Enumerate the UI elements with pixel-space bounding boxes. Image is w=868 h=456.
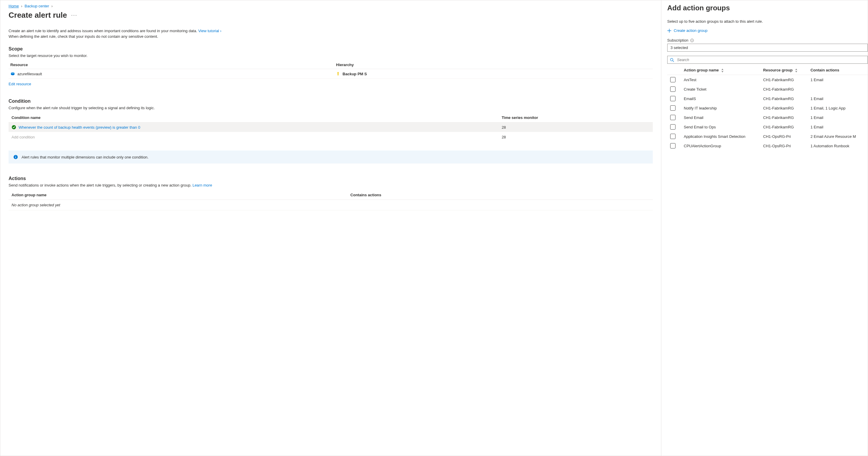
svg-point-1 <box>338 73 338 73</box>
search-box[interactable] <box>667 56 868 64</box>
ag-rg: CH1-FabrikamRG <box>760 94 807 103</box>
ag-name: Notify IT leadership <box>681 103 760 113</box>
ag-rg: CH1-FabrikamRG <box>760 122 807 132</box>
ag-rg: CH1-FabrikamRG <box>760 75 807 85</box>
row-checkbox[interactable] <box>670 77 676 83</box>
plus-icon <box>667 29 671 33</box>
no-action-group-row: No action group selected yet <box>8 200 653 210</box>
ag-actions <box>807 85 868 94</box>
ag-name: EmailS <box>681 94 760 103</box>
ag-name: Send Email <box>681 113 760 122</box>
intro-line-2: When defining the alert rule, check that… <box>8 34 653 39</box>
page-title: Create alert rule <box>8 11 67 20</box>
ag-actions: 1 Email <box>807 113 868 122</box>
col-time-series: Time series monitor <box>499 113 653 123</box>
breadcrumb: Home › Backup center › <box>8 4 653 8</box>
action-group-row[interactable]: Send EmailCH1-FabrikamRG1 Email <box>667 113 868 122</box>
add-condition-label[interactable]: Add condition <box>8 132 499 142</box>
info-banner-text: Alert rules that monitor multiple dimens… <box>22 155 149 159</box>
action-group-row[interactable]: CPUAlertActionGroupCH1-OpsRG-Pri1 Automa… <box>667 141 868 151</box>
action-group-row[interactable]: Notify IT leadershipCH1-FabrikamRG1 Emai… <box>667 103 868 113</box>
col-contain-actions: Contain actions <box>807 66 868 75</box>
panel-sub: Select up to five action groups to attac… <box>667 19 868 24</box>
condition-heading: Condition <box>8 99 653 104</box>
svg-rect-4 <box>16 157 16 158</box>
actions-table: Action group name Contains actions No ac… <box>8 190 653 210</box>
condition-table: Condition name Time series monitor Whene… <box>8 113 653 142</box>
ag-name: CPUAlertActionGroup <box>681 141 760 151</box>
action-group-row[interactable]: EmailSCH1-FabrikamRG1 Email <box>667 94 868 103</box>
row-checkbox[interactable] <box>670 134 676 139</box>
row-checkbox[interactable] <box>670 87 676 92</box>
chevron-right-icon: › <box>21 4 22 8</box>
action-group-row[interactable]: Send Email to OpsCH1-FabrikamRG1 Email <box>667 122 868 132</box>
action-group-row[interactable]: Create TicketCH1-FabrikamRG <box>667 85 868 94</box>
row-checkbox[interactable] <box>670 96 676 101</box>
col-resource-group[interactable]: Resource group <box>760 66 807 75</box>
action-group-row[interactable]: Application Insights Smart DetectionCH1-… <box>667 132 868 141</box>
ag-actions: 2 Email Azure Resource M <box>807 132 868 141</box>
ag-rg: CH1-OpsRG-Pri <box>760 141 807 151</box>
row-checkbox[interactable] <box>670 105 676 111</box>
svg-point-0 <box>11 73 14 74</box>
scope-row: azurefilesvault Backup PM S <box>8 69 653 79</box>
col-hierarchy: Hierarchy <box>334 61 653 69</box>
add-condition-row[interactable]: Add condition 28 <box>8 132 653 142</box>
condition-row[interactable]: Whenever the count of backup health even… <box>8 123 653 132</box>
scope-sub: Select the target resource you wish to m… <box>8 54 653 58</box>
resource-name: azurefilesvault <box>18 72 42 76</box>
add-action-groups-panel: Add action groups Select up to five acti… <box>661 0 868 456</box>
scope-table: Resource Hierarchy azurefilesvault <box>8 61 653 79</box>
condition-ts-value: 28 <box>499 123 653 132</box>
subscription-dropdown[interactable]: 3 selected <box>667 44 868 52</box>
vault-icon <box>10 71 15 76</box>
search-input[interactable] <box>676 57 865 62</box>
ag-rg: CH1-OpsRG-Pri <box>760 132 807 141</box>
action-group-row[interactable]: AniTestCH1-FabrikamRG1 Email <box>667 75 868 85</box>
ag-actions: 1 Email <box>807 122 868 132</box>
sort-icon[interactable] <box>795 69 798 72</box>
ag-rg: CH1-FabrikamRG <box>760 113 807 122</box>
ag-name: Application Insights Smart Detection <box>681 132 760 141</box>
col-ag-name[interactable]: Action group name <box>681 66 760 75</box>
no-action-group-text: No action group selected yet <box>8 200 653 210</box>
col-condition-name: Condition name <box>8 113 499 123</box>
row-checkbox[interactable] <box>670 143 676 149</box>
chevron-right-icon: › <box>51 4 53 8</box>
action-groups-table: Action group name Resource group Contain… <box>667 66 868 151</box>
col-action-group-name: Action group name <box>8 190 347 200</box>
actions-heading: Actions <box>8 176 653 181</box>
ag-actions: 1 Email <box>807 94 868 103</box>
row-checkbox[interactable] <box>670 124 676 130</box>
hierarchy-label: Backup PM S <box>342 72 367 76</box>
add-condition-ts: 28 <box>499 132 653 142</box>
subscription-label: Subscription <box>667 38 868 42</box>
search-icon <box>670 58 674 62</box>
ag-name: AniTest <box>681 75 760 85</box>
col-contains-actions: Contains actions <box>347 190 653 200</box>
main-content: Home › Backup center › Create alert rule… <box>0 0 661 456</box>
more-icon[interactable]: ··· <box>71 12 78 18</box>
ag-rg: CH1-FabrikamRG <box>760 103 807 113</box>
ag-name: Create Ticket <box>681 85 760 94</box>
svg-rect-7 <box>692 40 692 41</box>
svg-point-9 <box>671 58 673 61</box>
edit-resource-link[interactable]: Edit resource <box>8 82 31 86</box>
ag-actions: 1 Automation Runbook <box>807 141 868 151</box>
info-icon[interactable] <box>690 39 694 42</box>
create-action-group-button[interactable]: Create action group <box>667 28 707 33</box>
info-banner: Alert rules that monitor multiple dimens… <box>8 151 653 164</box>
panel-title: Add action groups <box>667 4 868 12</box>
row-checkbox[interactable] <box>670 115 676 120</box>
ag-rg: CH1-FabrikamRG <box>760 85 807 94</box>
view-tutorial-link[interactable]: View tutorial › <box>198 29 221 33</box>
actions-sub: Send notifications or invoke actions whe… <box>8 183 653 187</box>
condition-sub: Configure when the alert rule should tri… <box>8 106 653 110</box>
breadcrumb-home[interactable]: Home <box>8 4 19 8</box>
col-resource: Resource <box>8 61 334 69</box>
check-circle-icon <box>11 125 16 130</box>
condition-name-link[interactable]: Whenever the count of backup health even… <box>19 125 140 130</box>
actions-learn-more-link[interactable]: Learn more <box>192 183 212 187</box>
sort-icon[interactable] <box>721 69 724 72</box>
breadcrumb-backup-center[interactable]: Backup center <box>25 4 49 8</box>
